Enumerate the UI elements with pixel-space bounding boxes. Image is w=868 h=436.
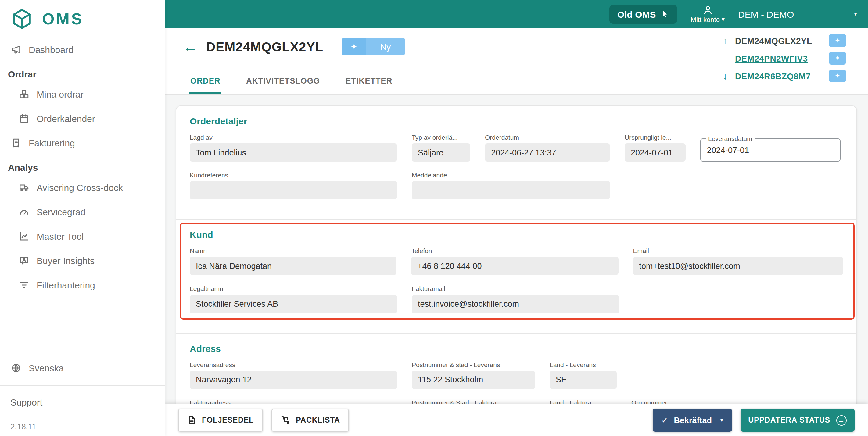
field-label: Kundreferens: [190, 172, 397, 179]
related-order-link[interactable]: DEM24R6BZQ8M7: [735, 71, 824, 81]
foljesedel-button[interactable]: FÖLJESEDEL: [178, 409, 263, 432]
legaltnamn-input[interactable]: Stockfiller Services AB: [190, 295, 397, 313]
tab-etiketter[interactable]: ETIKETTER: [344, 70, 394, 94]
field-kundreferens: Kundreferens: [190, 172, 397, 199]
meddelande-input[interactable]: [412, 181, 610, 200]
new-order-chip[interactable]: ✦ Ny: [342, 38, 405, 56]
organization-select[interactable]: DEM - DEMO ▾: [738, 9, 857, 19]
tab-aktivitetslogg[interactable]: AKTIVITETSLOGG: [245, 70, 321, 94]
status-dropdown-button[interactable]: ✓ Bekräftad ▾: [653, 409, 732, 432]
packlista-button[interactable]: PACKLISTA: [272, 409, 349, 432]
orderdatum-input[interactable]: 2024-06-27 13:37: [485, 143, 610, 162]
sparkle-icon: ✦: [342, 38, 366, 56]
sidebar-item-label: Fakturering: [29, 137, 75, 148]
sidebar-item-fakturering[interactable]: Fakturering: [0, 130, 165, 155]
filter-icon: [18, 279, 29, 290]
old-oms-button[interactable]: Old OMS: [609, 5, 677, 24]
sidebar-item-master-tool[interactable]: Master Tool: [0, 224, 165, 248]
field-label: Meddelande: [412, 172, 610, 179]
order-card: Orderdetaljer Lagd av Tom Lindelius Typ …: [176, 105, 857, 436]
field-ursprungligt-leveransdatum: Ursprungligt le... 2024-07-01: [625, 133, 686, 162]
leveransadress-input[interactable]: Narvavägen 12: [190, 370, 397, 389]
arrow-up-icon[interactable]: ↑: [720, 35, 730, 46]
land-leverans-input[interactable]: SE: [550, 370, 617, 389]
section-orderdetaljer: Orderdetaljer Lagd av Tom Lindelius Typ …: [176, 106, 857, 213]
sidebar-item-label: Orderkalender: [37, 113, 95, 123]
ursprungligt-leveransdatum-input[interactable]: 2024-07-01: [625, 143, 686, 162]
back-button[interactable]: ←: [183, 39, 198, 54]
related-order-link[interactable]: DEM24PN2WFIV3: [735, 53, 824, 63]
fakturamail-input[interactable]: test.invoice@stockfiller.com: [412, 295, 619, 313]
field-namn: Namn Ica Nära Demogatan: [190, 247, 397, 275]
sidebar-item-label: Dashboard: [29, 44, 73, 55]
logo[interactable]: OMS: [0, 0, 165, 37]
tabs: ORDER AKTIVITETSLOGG ETIKETTER: [189, 70, 394, 94]
tab-order[interactable]: ORDER: [189, 70, 222, 94]
hand-truck-icon: [281, 415, 290, 425]
related-order-current: DEM24MQGLX2YL: [735, 36, 824, 45]
sparkle-badge[interactable]: ✦: [829, 52, 846, 65]
field-meddelande: Meddelande: [412, 172, 610, 199]
arrow-right-circle-icon: →: [836, 415, 847, 425]
sidebar-item-servicegrad[interactable]: Servicegrad: [0, 199, 165, 224]
sidebar-item-dashboard[interactable]: Dashboard: [0, 37, 165, 62]
person-chat-icon: [18, 255, 29, 266]
section-kund: Kund Namn Ica Nära Demogatan Telefon +46…: [176, 220, 857, 327]
sidebar-item-support[interactable]: Support: [0, 392, 165, 412]
sidebar-item-orderkalender[interactable]: Orderkalender: [0, 106, 165, 130]
field-email: Email tom+test10@stockfiller.com: [633, 247, 843, 275]
field-legaltnamn: Legaltnamn Stockfiller Services AB: [190, 285, 397, 313]
field-typ-av-orderlaggare: Typ av orderlä... Säljare: [412, 133, 470, 162]
field-label: Postnummer & stad - Leverans: [412, 361, 535, 369]
sidebar-item-label: Buyer Insights: [37, 255, 95, 266]
account-menu[interactable]: Mitt konto ▾: [691, 5, 725, 23]
sidebar-item-label: Servicegrad: [37, 207, 85, 217]
field-lagd-av: Lagd av Tom Lindelius: [190, 133, 397, 162]
field-label: Lagd av: [190, 133, 397, 142]
field-orderdatum: Orderdatum 2024-06-27 13:37: [485, 133, 610, 162]
related-order-row: DEM24PN2WFIV3 ✦: [720, 51, 846, 65]
update-status-button[interactable]: UPPDATERA STATUS →: [740, 409, 855, 432]
lagd-av-input[interactable]: Tom Lindelius: [190, 143, 397, 162]
sidebar-item-label: Avisering Cross-dock: [37, 182, 123, 192]
old-oms-label: Old OMS: [617, 9, 656, 19]
field-land-leverans: Land - Leverans SE: [550, 361, 617, 389]
account-label: Mitt konto: [691, 15, 720, 23]
order-content: Orderdetaljer Lagd av Tom Lindelius Typ …: [165, 95, 868, 436]
related-orders: ↑ DEM24MQGLX2YL ✦ DEM24PN2WFIV3 ✦ ↓ DEM2…: [720, 34, 846, 83]
field-leveransadress: Leveransadress Narvavägen 12: [190, 361, 397, 389]
pallet-boxes-icon: [18, 88, 29, 99]
sidebar-item-avisering-cross-dock[interactable]: Avisering Cross-dock: [0, 175, 165, 199]
namn-input[interactable]: Ica Nära Demogatan: [190, 257, 397, 275]
gauge-icon: [18, 206, 29, 217]
telefon-input[interactable]: +46 8 120 444 00: [411, 257, 619, 275]
field-fakturamail: Fakturamail test.invoice@stockfiller.com: [412, 285, 619, 313]
section-heading: Adress: [190, 343, 843, 353]
language-selector[interactable]: Svenska: [0, 355, 165, 380]
dashboard-icon: [10, 44, 21, 55]
update-status-label: UPPDATERA STATUS: [748, 416, 830, 425]
divider: [0, 385, 165, 386]
cursor-click-icon: [661, 10, 670, 18]
invoice-icon: [10, 137, 21, 148]
logo-text: OMS: [42, 9, 84, 28]
sidebar-item-mina-ordrar[interactable]: Mina ordrar: [0, 82, 165, 106]
foljesedel-label: FÖLJESEDEL: [202, 416, 254, 425]
email-input[interactable]: tom+test10@stockfiller.com: [633, 257, 843, 275]
postnummer-stad-leverans-input[interactable]: 115 22 Stockholm: [412, 370, 535, 389]
oms-logo-icon: [10, 7, 34, 31]
globe-icon: [10, 362, 21, 373]
field-label: Leveransdatum: [706, 135, 755, 142]
sidebar-section-analys: Analys: [0, 155, 165, 175]
sparkle-badge[interactable]: ✦: [829, 69, 846, 82]
new-badge-label: Ny: [366, 38, 405, 56]
kundreferens-input[interactable]: [190, 181, 397, 200]
sidebar-item-label: Filterhantering: [37, 280, 95, 290]
arrow-down-icon[interactable]: ↓: [720, 71, 730, 81]
packlista-label: PACKLISTA: [296, 416, 340, 425]
sparkle-badge[interactable]: ✦: [829, 34, 846, 47]
field-label: Email: [633, 247, 843, 255]
sidebar-item-filterhantering[interactable]: Filterhantering: [0, 273, 165, 297]
sidebar-item-buyer-insights[interactable]: Buyer Insights: [0, 248, 165, 273]
typ-av-orderlaggare-input[interactable]: Säljare: [412, 143, 470, 162]
